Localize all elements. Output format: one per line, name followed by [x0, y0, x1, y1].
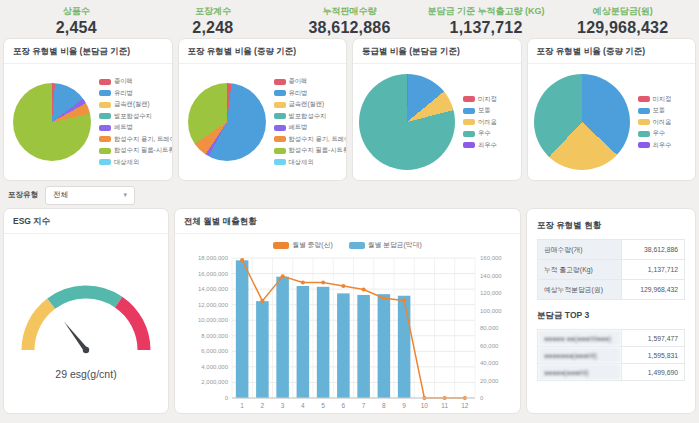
legend-swatch — [463, 96, 475, 102]
legend-item[interactable]: 합성수지 필름-시트류 — [99, 146, 173, 155]
legend-label: 종이팩 — [114, 77, 133, 86]
svg-text:12: 12 — [461, 402, 469, 409]
pie-row: 포장 유형별 비율 (분담금 기준) 종이팩 유리병 금속캔(철캔) 발포합성수… — [0, 38, 699, 181]
summary-panel-title: 포장 유형별 현황 — [537, 220, 685, 232]
pie-legend: 미지정 보통 어려움 우수 최우수 — [463, 95, 497, 150]
svg-text:80,000: 80,000 — [480, 325, 499, 331]
legend-swatch — [99, 90, 111, 96]
kpi-value: 38,612,886 — [308, 19, 390, 36]
legend-swatch — [274, 113, 286, 119]
legend-item[interactable]: 월별 중량(선) — [273, 240, 332, 250]
svg-text:11: 11 — [441, 402, 448, 409]
legend-label: 어려움 — [478, 118, 497, 127]
legend-label: 합성수지 필름-시트류 — [114, 146, 173, 155]
pie-legend: 종이팩 유리병 금속캔(철캔) 발포합성수지 페트병 합성수지 용기, 트레이류… — [99, 77, 173, 167]
table-row-value: 1,597,477 — [621, 330, 684, 347]
legend-item[interactable]: 대상제외 — [99, 158, 173, 167]
legend-swatch — [274, 125, 286, 131]
kpi-value: 2,454 — [56, 19, 97, 36]
svg-text:1: 1 — [240, 402, 244, 409]
legend-swatch — [638, 119, 650, 125]
svg-text:7: 7 — [362, 402, 366, 409]
packaging-type-select-value: 전체 — [53, 190, 68, 200]
pie-chart — [188, 83, 266, 161]
legend-item[interactable]: 미지정 — [638, 95, 672, 104]
legend-item[interactable]: 유리병 — [99, 89, 173, 98]
legend-label: 페트병 — [114, 123, 133, 132]
svg-text:6: 6 — [342, 402, 346, 409]
legend-item[interactable]: 페트병 — [274, 123, 348, 132]
svg-text:20,000: 20,000 — [480, 378, 499, 384]
table-row-label: ●●●●● ●●(●●●ml●●●) — [538, 330, 622, 347]
svg-text:16,000,000: 16,000,000 — [198, 271, 229, 277]
legend-swatch — [99, 102, 111, 108]
legend-label: 보통 — [478, 106, 491, 115]
legend-swatch — [349, 242, 365, 249]
chevron-down-icon: ▾ — [123, 191, 127, 199]
table-row: ●●●●●(●●●ml) 1,499,690 — [538, 364, 685, 381]
legend-item[interactable]: 최우수 — [463, 141, 497, 150]
pie-chart-card: 포장 유형별 비율 (분담금 기준) 종이팩 유리병 금속캔(철캔) 발포합성수… — [3, 38, 173, 181]
legend-item[interactable]: 발포합성수지 — [274, 112, 348, 121]
packaging-type-select[interactable]: 전체 ▾ — [45, 186, 135, 205]
legend-item[interactable]: 합성수지 용기, 트레이류 — [274, 135, 348, 144]
kpi-value: 129,968,432 — [577, 19, 668, 36]
legend-swatch — [273, 242, 289, 249]
table-row-value: 129,968,432 — [621, 280, 684, 300]
legend-swatch — [99, 125, 111, 131]
svg-text:9: 9 — [402, 402, 406, 409]
legend-label: 유리병 — [289, 89, 308, 98]
legend-item[interactable]: 금속캔(철캔) — [99, 100, 173, 109]
svg-text:3: 3 — [281, 402, 285, 409]
legend-item[interactable]: 종이팩 — [274, 77, 348, 86]
legend-item[interactable]: 보통 — [463, 106, 497, 115]
legend-item[interactable]: 우수 — [463, 129, 497, 138]
legend-item[interactable]: 합성수지 필름-시트류 — [274, 146, 348, 155]
legend-item[interactable]: 최우수 — [638, 141, 672, 150]
kpi: 분담금 기준 누적출고량 (KG) 1,137,712 — [418, 5, 555, 37]
legend-swatch — [638, 142, 650, 148]
svg-text:2,000,000: 2,000,000 — [201, 379, 228, 385]
svg-text:2: 2 — [261, 402, 265, 409]
card-title: ESG 지수 — [4, 209, 168, 234]
legend-label: 금속캔(철캔) — [289, 100, 325, 109]
table-row-label: ●●●●●●●(●●●ml) — [538, 347, 622, 364]
legend-item[interactable]: 우수 — [638, 129, 672, 138]
legend-item[interactable]: 미지정 — [463, 95, 497, 104]
packaging-type-filter-label: 포장유형 — [8, 190, 38, 200]
table-row: 예상누적분담금(원) 129,968,432 — [538, 280, 685, 300]
legend-item[interactable]: 페트병 — [99, 123, 173, 132]
legend-item[interactable]: 합성수지 용기, 트레이류 — [99, 135, 173, 144]
legend-label: 어려움 — [653, 118, 672, 127]
table-row-label: 판매수량(개) — [538, 240, 622, 260]
legend-item[interactable]: 어려움 — [463, 118, 497, 127]
table-row-value: 38,612,886 — [621, 240, 684, 260]
legend-label: 우수 — [653, 129, 666, 138]
legend-label: 최우수 — [653, 141, 672, 150]
legend-item[interactable]: 종이팩 — [99, 77, 173, 86]
legend-swatch — [274, 79, 286, 85]
legend-item[interactable]: 월별 분담금(막대) — [349, 240, 422, 250]
legend-label: 페트병 — [289, 123, 308, 132]
svg-text:100,000: 100,000 — [480, 308, 502, 314]
legend-item[interactable]: 금속캔(철캔) — [274, 100, 348, 109]
legend-item[interactable]: 발포합성수지 — [99, 112, 173, 121]
pie-legend: 종이팩 유리병 금속캔(철캔) 발포합성수지 페트병 합성수지 용기, 트레이류… — [274, 77, 348, 167]
kpi-value: 1,137,712 — [450, 19, 523, 36]
legend-label: 발포합성수지 — [114, 112, 152, 121]
legend-item[interactable]: 대상제외 — [274, 158, 348, 167]
svg-text:160,000: 160,000 — [480, 255, 502, 261]
kpi-label: 상품수 — [8, 5, 145, 18]
kpi-label: 누적판매수량 — [281, 5, 418, 18]
svg-text:140,000: 140,000 — [480, 273, 502, 279]
table-row-label: ●●●●●(●●●ml) — [538, 364, 622, 381]
pie-chart-card: 포장 유형별 비율 (중량 기준) 미지정 보통 어려움 우수 최우수 — [527, 38, 697, 181]
legend-swatch — [638, 96, 650, 102]
legend-swatch — [274, 90, 286, 96]
pie-chart-card: 등급별 비율 (분담금 기준) 미지정 보통 어려움 우수 최우수 — [352, 38, 522, 181]
top3-table: ●●●●● ●●(●●●ml●●●) 1,597,477 ●●●●●●●(●●●… — [537, 329, 685, 381]
legend-item[interactable]: 어려움 — [638, 118, 672, 127]
legend-item[interactable]: 보통 — [638, 106, 672, 115]
legend-item[interactable]: 유리병 — [274, 89, 348, 98]
summary-panel-card: 포장 유형별 현황 판매수량(개) 38,612,886 누적 출고량(Kg) … — [526, 208, 696, 414]
